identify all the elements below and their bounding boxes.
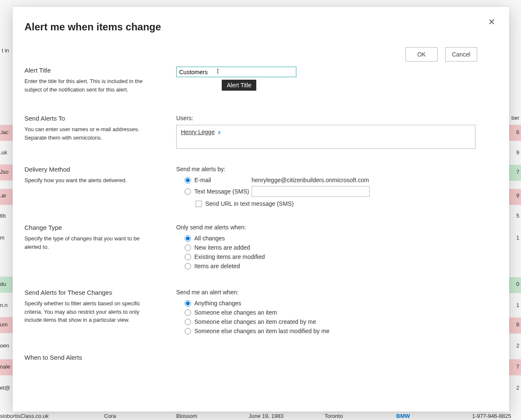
alert-title-input[interactable]	[176, 67, 296, 77]
section-change-type: Change Type Specify the type of changes …	[24, 224, 497, 272]
change-new-label: New items are added	[194, 244, 250, 251]
bg-frag: et@	[0, 385, 10, 391]
section-description: Specify the type of changes that you wan…	[24, 234, 151, 251]
bg-frag: 1	[516, 234, 519, 241]
change-deleted-radio[interactable]	[185, 263, 191, 269]
user-chip-name: Henry Legge	[181, 129, 215, 135]
bg-frag: 8	[516, 321, 519, 328]
section-heading: Send Alerts for These Changes	[24, 289, 168, 296]
bg-frag: n.n	[0, 302, 8, 308]
bg-frag: 5	[516, 213, 519, 219]
bg-frag: June 19, 1983	[249, 413, 283, 419]
sms-url-checkbox[interactable]	[196, 201, 202, 207]
bg-frag: 7	[516, 363, 519, 370]
bg-frag: 0	[516, 281, 519, 287]
email-address: henrylegge@citizenbuilders.onmicrosoft.c…	[252, 177, 369, 183]
section-filter: Send Alerts for These Changes Specify wh…	[24, 289, 497, 337]
bg-frag: .ar	[0, 192, 6, 199]
bg-frag: Jso	[0, 169, 8, 175]
bg-frag: oen	[0, 342, 9, 349]
section-alert-title: Alert Title Enter the title for this ale…	[24, 67, 497, 94]
section-description: Specify how you want the alerts delivere…	[24, 176, 151, 185]
bg-frag: BMW	[396, 413, 410, 419]
modal-title: Alert me when items change	[24, 21, 161, 33]
users-label: Users:	[176, 115, 497, 121]
change-all-label: All changes	[194, 235, 225, 242]
section-heading: Delivery Method	[24, 166, 168, 173]
alert-title-tooltip: Alert Title	[222, 80, 256, 91]
bg-frag: Toronto	[325, 413, 343, 419]
change-all-radio[interactable]	[185, 235, 191, 242]
delivery-prompt: Send me alerts by:	[176, 166, 497, 172]
bg-frag: 1	[516, 302, 519, 308]
change-type-prompt: Only send me alerts when:	[176, 224, 497, 231]
sms-radio-label: Text Message (SMS)	[194, 188, 249, 195]
bg-frag: Blossom	[176, 413, 197, 419]
filter-else-modified-radio[interactable]	[185, 328, 191, 334]
users-people-picker[interactable]: Henry Legge x	[176, 125, 475, 149]
section-description: Specify whether to filter alerts based o…	[24, 299, 151, 324]
section-send-to: Send Alerts To You can enter user names …	[24, 115, 497, 149]
change-deleted-label: Items are deleted	[194, 263, 240, 269]
bg-frag: 1-977-946-8825	[472, 413, 511, 419]
modal-scroll-area[interactable]: Alert Title Enter the title for this ale…	[13, 41, 509, 412]
sms-number-input[interactable]	[252, 186, 370, 197]
bg-frag: 6	[516, 129, 519, 135]
section-delivery: Delivery Method Specify how you want the…	[24, 166, 497, 207]
section-description: You can enter user names or e-mail addre…	[24, 125, 151, 142]
section-description: Enter the title for this alert. This is …	[24, 77, 151, 94]
filter-anything-radio[interactable]	[185, 300, 191, 307]
change-modified-radio[interactable]	[185, 254, 191, 260]
section-heading: When to Send Alerts	[24, 354, 168, 361]
bg-frag: m	[0, 234, 5, 241]
filter-anything-label: Anything changes	[194, 300, 241, 307]
bg-frag: .uk	[0, 149, 7, 156]
sms-url-label: Send URL in text message (SMS)	[205, 200, 294, 207]
bg-frag: tib	[0, 213, 6, 219]
filter-else-item-radio[interactable]	[185, 310, 191, 316]
bg-frag: du	[0, 281, 6, 287]
bg-frag: ber	[511, 115, 519, 121]
filter-prompt: Send me an alert when:	[176, 289, 497, 296]
bg-frag: 9	[516, 149, 519, 156]
close-icon: ✕	[488, 17, 495, 27]
bg-frag: t in	[2, 47, 9, 54]
bg-frag: um	[0, 321, 8, 328]
email-radio-label: E-mail	[194, 177, 211, 183]
bg-frag: .lac	[0, 129, 8, 135]
close-button[interactable]: ✕	[486, 16, 497, 28]
bg-frag: slobortisClass.co.uk	[0, 413, 49, 419]
filter-else-created-radio[interactable]	[185, 319, 191, 325]
bg-frag: 9	[516, 192, 519, 199]
change-new-radio[interactable]	[185, 245, 191, 251]
filter-else-modified-label: Someone else changes an item last modifi…	[194, 328, 330, 334]
user-chip-remove[interactable]: x	[218, 129, 221, 135]
section-heading: Alert Title	[24, 67, 168, 74]
section-heading: Change Type	[24, 224, 168, 231]
bg-frag: nale	[0, 363, 11, 370]
filter-else-item-label: Someone else changes an item	[194, 309, 277, 316]
section-heading: Send Alerts To	[24, 115, 168, 122]
bg-frag: 2	[516, 342, 519, 349]
section-when: When to Send Alerts	[24, 354, 497, 364]
alert-settings-modal: Alert me when items change ✕ OK Cancel A…	[13, 7, 509, 412]
change-modified-label: Existing items are modified	[194, 253, 265, 260]
bg-frag: 7	[516, 169, 519, 175]
sms-radio[interactable]	[185, 188, 191, 195]
filter-else-created-label: Someone else changes an item created by …	[194, 318, 316, 325]
user-chip: Henry Legge x	[181, 129, 221, 135]
bg-frag: 2	[516, 385, 519, 391]
email-radio[interactable]	[185, 177, 191, 183]
bg-frag: Cora	[104, 413, 116, 419]
